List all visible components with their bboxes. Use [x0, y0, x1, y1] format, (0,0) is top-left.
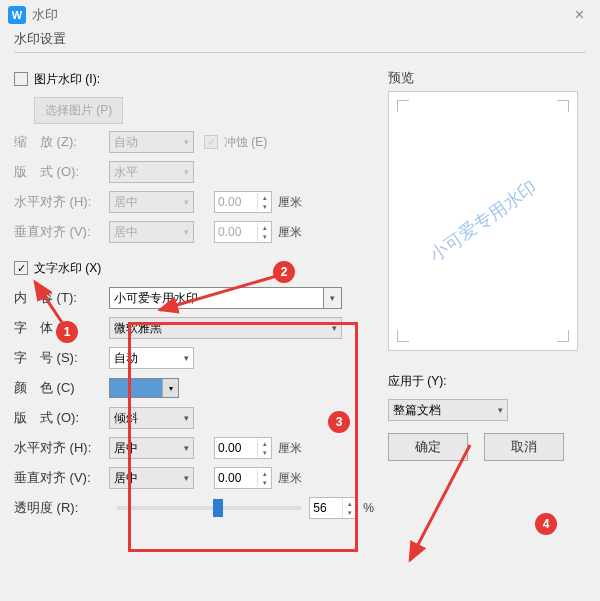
- valign1-combo: 居中▾: [109, 221, 194, 243]
- layout2-label: 版 式 (O):: [14, 409, 109, 427]
- halign1-spinner: 0.00 ▴▾: [214, 191, 272, 213]
- washout-label: 冲蚀 (E): [224, 134, 267, 151]
- apply-combo[interactable]: 整篇文档▾: [388, 399, 508, 421]
- color-label: 颜 色 (C): [14, 379, 109, 397]
- valign1-label: 垂直对齐 (V):: [14, 223, 109, 241]
- text-watermark-label: 文字水印 (X): [34, 260, 101, 277]
- halign2-label: 水平对齐 (H):: [14, 439, 109, 457]
- content-input[interactable]: [109, 287, 324, 309]
- halign1-combo: 居中▾: [109, 191, 194, 213]
- washout-checkbox: ✓: [204, 135, 218, 149]
- halign1-label: 水平对齐 (H):: [14, 193, 109, 211]
- content-dropdown-icon[interactable]: ▾: [324, 287, 342, 309]
- layout2-combo[interactable]: 倾斜▾: [109, 407, 194, 429]
- app-icon: W: [8, 6, 26, 24]
- font-combo[interactable]: 微软雅黑▾: [109, 317, 342, 339]
- size-combo[interactable]: 自动▾: [109, 347, 194, 369]
- content-label: 内 容 (T):: [14, 289, 109, 307]
- select-image-button: 选择图片 (P): [34, 97, 123, 124]
- apply-label: 应用于 (Y):: [388, 373, 447, 390]
- preview-label: 预览: [388, 69, 586, 87]
- valign1-unit: 厘米: [278, 224, 302, 241]
- ok-button[interactable]: 确定: [388, 433, 468, 461]
- zoom-label: 缩 放 (Z):: [14, 133, 109, 151]
- image-watermark-label: 图片水印 (I):: [34, 71, 100, 88]
- image-watermark-checkbox[interactable]: [14, 72, 28, 86]
- cancel-button[interactable]: 取消: [484, 433, 564, 461]
- opacity-slider[interactable]: [117, 506, 301, 510]
- valign2-combo[interactable]: 居中▾: [109, 467, 194, 489]
- color-picker[interactable]: ▾: [109, 378, 179, 398]
- size-label: 字 号 (S):: [14, 349, 109, 367]
- text-watermark-checkbox[interactable]: ✓: [14, 261, 28, 275]
- opacity-spinner[interactable]: 56 ▴▾: [309, 497, 357, 519]
- fieldset-label: 水印设置: [14, 30, 586, 48]
- preview-box: 小可爱专用水印: [388, 91, 578, 351]
- halign2-combo[interactable]: 居中▾: [109, 437, 194, 459]
- layout1-combo: 水平▾: [109, 161, 194, 183]
- preview-watermark: 小可爱专用水印: [425, 175, 542, 267]
- slider-thumb[interactable]: [213, 499, 223, 517]
- valign1-spinner: 0.00 ▴▾: [214, 221, 272, 243]
- chevron-down-icon: ▾: [162, 379, 178, 397]
- titlebar: W 水印 ×: [0, 0, 600, 30]
- valign2-label: 垂直对齐 (V):: [14, 469, 109, 487]
- close-icon[interactable]: ×: [567, 6, 592, 24]
- window-title: 水印: [32, 6, 58, 24]
- valign2-spinner[interactable]: 0.00 ▴▾: [214, 467, 272, 489]
- font-label: 字 体 (F):: [14, 319, 109, 337]
- halign2-unit: 厘米: [278, 440, 302, 457]
- halign2-spinner[interactable]: 0.00 ▴▾: [214, 437, 272, 459]
- layout1-label: 版 式 (O):: [14, 163, 109, 181]
- valign2-unit: 厘米: [278, 470, 302, 487]
- fieldset-divider: [14, 52, 586, 53]
- opacity-label: 透明度 (R):: [14, 499, 109, 517]
- halign1-unit: 厘米: [278, 194, 302, 211]
- opacity-unit: %: [363, 501, 374, 515]
- zoom-combo: 自动▾: [109, 131, 194, 153]
